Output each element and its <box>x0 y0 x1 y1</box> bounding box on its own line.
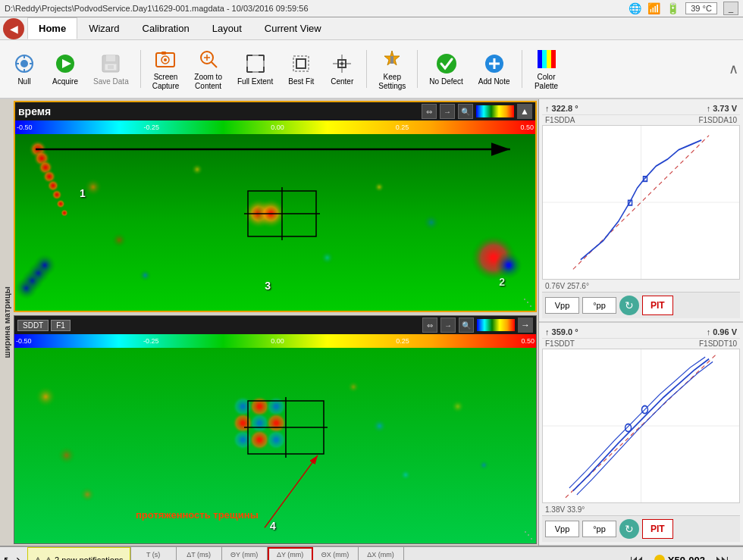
null-label: Null <box>17 77 30 86</box>
top-scan-ctrl-1[interactable]: ⇔ <box>422 104 437 119</box>
bottom-scan-ctrl-3[interactable]: 🔍 <box>459 318 474 333</box>
vpp-input-bottom[interactable] <box>545 521 579 537</box>
theta-y-label: ΘY (mm) <box>230 551 258 558</box>
back-button[interactable]: ◀ <box>3 18 24 39</box>
f1-tag[interactable]: F1 <box>51 320 71 331</box>
bottom-scan-ctrl-2[interactable]: → <box>440 318 456 333</box>
bottom-scan-scrollbar[interactable]: ◀ ▶ <box>14 543 536 544</box>
lissajous-chart-bottom[interactable] <box>542 349 740 503</box>
svg-rect-20 <box>247 55 264 72</box>
nav-controls: ⏮ X59-002 ⏭ <box>616 547 743 560</box>
top-scan-scrollbar[interactable]: ◀ ▶ <box>15 311 535 312</box>
top-scan-ctrl-3[interactable]: 🔍 <box>458 104 473 119</box>
top-scan-ctrl-2[interactable]: → <box>440 104 455 119</box>
bottom-crosshair <box>244 397 328 458</box>
top-coord-value: 0.76V 257.6° <box>545 282 589 290</box>
tab-layout[interactable]: Layout <box>201 17 253 39</box>
bottom-scan-header: SDDT F1 ⇔ → 🔍 → <box>14 316 536 334</box>
b-scale-label-4: 0.25 <box>396 337 409 345</box>
zoom-to-content-button[interactable]: Zoom toContent <box>187 43 229 95</box>
tab-current-view[interactable]: Current View <box>253 17 333 39</box>
no-defect-button[interactable]: No Defect <box>422 48 469 90</box>
top-right-values: ↑ 322.8 ° ↑ 3.73 V <box>542 102 740 115</box>
separator-1 <box>140 50 141 88</box>
bottom-scan-arrow[interactable]: → <box>518 318 533 333</box>
minimize-icon[interactable]: _ <box>723 2 738 15</box>
bottom-scan-scale-bar: -0.50 -0.25 0.00 0.25 0.50 <box>14 334 536 348</box>
best-fit-button[interactable]: Best Fit <box>281 48 321 90</box>
y-axis-text: ширина матрицы <box>2 286 11 358</box>
theta-y-cell: ΘY (mm) 41.25 <box>222 547 268 560</box>
scale-label-5: 0.50 <box>520 124 534 131</box>
bottom-scan-color-scale <box>477 319 515 331</box>
bottom-scan-viz[interactable]: 4 протяженность трещины ⋱ <box>14 348 536 543</box>
keep-settings-button[interactable]: KeepSettings <box>372 43 412 95</box>
bottom-scan-scale-labels: -0.50 -0.25 0.00 0.25 0.50 <box>14 334 536 348</box>
center-icon <box>330 52 354 76</box>
screen-capture-icon <box>153 47 177 71</box>
null-button[interactable]: Null <box>5 48 44 90</box>
full-extent-button[interactable]: Full Extent <box>230 48 280 90</box>
separator-2 <box>366 50 367 88</box>
lissajous-chart-top[interactable] <box>542 125 740 280</box>
pit-btn-top[interactable]: PIT <box>642 296 673 315</box>
pp-input-top[interactable] <box>582 297 616 314</box>
bottom-scan-panel[interactable]: SDDT F1 ⇔ → 🔍 → -0.50 -0.25 0.00 0.25 0.… <box>14 315 537 544</box>
center-label: Center <box>331 77 353 86</box>
nav-up-left[interactable]: ↖ <box>3 554 12 560</box>
tab-home[interactable]: Home <box>27 17 77 39</box>
keep-settings-label: KeepSettings <box>378 73 406 91</box>
full-extent-icon <box>243 52 268 76</box>
nav-arrows: ↖ ↘ <box>0 547 27 560</box>
sddt-tag[interactable]: SDDT <box>17 320 49 331</box>
color-palette-button[interactable]: ColorPalette <box>527 43 566 95</box>
bottom-scan-ctrl-1[interactable]: ⇔ <box>422 318 437 333</box>
screen-capture-button[interactable]: ScreenCapture <box>146 43 187 95</box>
bottom-coord-value: 1.38V 33.9° <box>545 505 585 514</box>
ch-label-left-top: F1SDDA <box>545 116 575 124</box>
separator-4 <box>522 50 522 88</box>
no-defect-icon <box>434 52 459 76</box>
main-content: ширина матрицы время ⇔ → 🔍 ▲ -0.50 -0.25 <box>0 99 743 546</box>
notification-button[interactable]: ⚠ ⚠ 2 new notifications <box>27 547 130 560</box>
device-name: X59-002 <box>668 555 705 561</box>
prev-first-button[interactable]: ⏮ <box>625 549 648 560</box>
top-scan-controls: ⇔ → 🔍 ▲ <box>422 104 532 119</box>
top-scan-arrow-up[interactable]: ▲ <box>517 104 532 119</box>
screen-capture-label: ScreenCapture <box>152 73 180 91</box>
top-value-2: ↑ 3.73 V <box>707 104 737 113</box>
delta-t-cell: ΔT (ms) 734 <box>177 547 222 560</box>
t-label: T (s) <box>146 551 160 558</box>
toolbar-collapse-btn[interactable]: ∧ <box>729 61 738 77</box>
next-last-button[interactable]: ⏭ <box>711 549 734 560</box>
svg-rect-41 <box>538 50 542 68</box>
color-palette-icon <box>535 47 559 71</box>
top-scan-scale-bar: -0.50 -0.25 0.00 0.25 0.50 <box>15 120 535 134</box>
theta-x-label: ΘX (mm) <box>321 551 350 558</box>
top-scan-viz[interactable]: 1 2 3 ⋱ <box>15 134 535 311</box>
bottom-scan-drag-handle[interactable]: ⋱ <box>524 530 533 540</box>
scan-label-2: 2 <box>499 276 505 288</box>
pit-btn-bottom[interactable]: PIT <box>642 519 673 539</box>
nav-down-right[interactable]: ↘ <box>15 554 24 560</box>
menu-bar: ◀ Home Wizard Calibration Layout Current… <box>0 17 743 40</box>
refresh-btn-bottom[interactable]: ↻ <box>619 519 639 539</box>
acquire-button[interactable]: Acquire <box>45 48 85 90</box>
scan-label-3: 3 <box>265 280 271 292</box>
top-scan-drag-handle[interactable]: ⋱ <box>523 297 532 308</box>
full-extent-label: Full Extent <box>237 77 273 86</box>
add-note-button[interactable]: Add Note <box>472 48 517 90</box>
center-button[interactable]: Center <box>322 48 362 90</box>
tab-calibration[interactable]: Calibration <box>131 17 201 39</box>
top-scan-header: время ⇔ → 🔍 ▲ <box>15 102 535 120</box>
toolbar: Null Acquire Save Data <box>0 40 743 99</box>
tab-wizard[interactable]: Wizard <box>77 17 130 39</box>
refresh-btn-top[interactable]: ↻ <box>619 296 639 315</box>
scale-label-1: -0.50 <box>17 124 33 131</box>
vpp-input-top[interactable] <box>545 297 579 314</box>
svg-line-17 <box>212 62 217 67</box>
top-scan-panel[interactable]: время ⇔ → 🔍 ▲ -0.50 -0.25 0.00 0.25 0.50 <box>14 101 537 312</box>
zoom-to-content-label: Zoom toContent <box>194 73 222 91</box>
signal-icon: 📶 <box>647 2 660 14</box>
pp-input-bottom[interactable] <box>582 521 616 537</box>
